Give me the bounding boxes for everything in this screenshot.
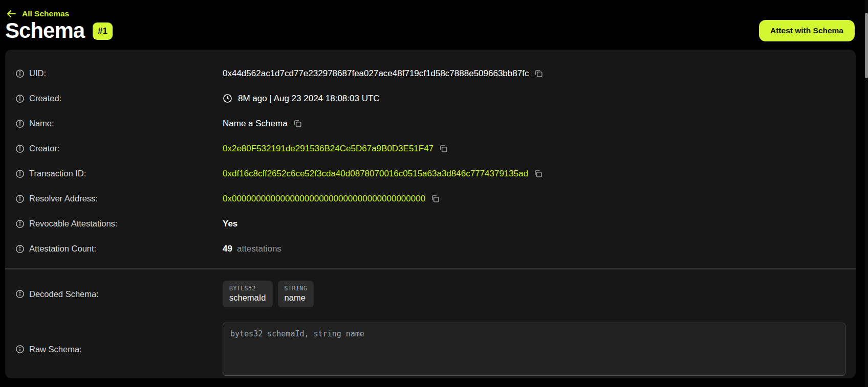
decoded-label: Decoded Schema: xyxy=(29,289,99,299)
decoded-schema-fields: BYTES32 schemaId STRING name xyxy=(223,281,314,307)
info-icon xyxy=(15,144,25,153)
detail-row-uid: UID: 0x44d562ac1d7cd77e232978687fea027ac… xyxy=(15,61,845,86)
attestation-count-unit: attestations xyxy=(237,244,281,254)
creator-address-link[interactable]: 0x2e80F532191de291536B24Ce5D67a9B0D3E51F… xyxy=(223,144,433,154)
transaction-value-group: 0xdf16c8cff2652c6ce52f3cda40d0878070016c… xyxy=(223,169,542,179)
detail-row-creator: Creator: 0x2e80F532191de291536B24Ce5D67a… xyxy=(15,136,845,161)
decoded-label-group: Decoded Schema: xyxy=(15,289,223,299)
info-icon xyxy=(15,289,25,299)
schema-field-chip: STRING name xyxy=(278,281,314,307)
title-row: Schema #1 Attest with Schema xyxy=(5,18,855,43)
detail-row-revocable: Revocable Attestations: Yes xyxy=(15,211,845,236)
back-to-all-schemas-link[interactable]: All Schemas xyxy=(7,9,69,18)
schema-field-chip: BYTES32 schemaId xyxy=(223,281,273,307)
name-value: Name a Schema xyxy=(223,119,288,129)
transaction-label: Transaction ID: xyxy=(29,169,86,178)
transaction-id-link[interactable]: 0xdf16c8cff2652c6ce52f3cda40d0878070016c… xyxy=(223,169,528,179)
field-type: BYTES32 xyxy=(229,285,266,292)
name-label: Name: xyxy=(29,119,54,128)
info-icon xyxy=(15,169,25,178)
section-divider xyxy=(5,268,856,269)
info-icon xyxy=(15,194,25,203)
revocable-value-group: Yes xyxy=(223,219,237,229)
uid-value: 0x44d562ac1d7cd77e232978687fea027ace48f7… xyxy=(223,69,529,79)
clock-icon xyxy=(223,94,232,103)
creator-value-group: 0x2e80F532191de291536B24Ce5D67a9B0D3E51F… xyxy=(223,144,448,154)
creator-label-group: Creator: xyxy=(15,144,223,153)
back-link-label: All Schemas xyxy=(22,9,69,18)
field-name: schemaId xyxy=(229,293,266,303)
uid-label-group: UID: xyxy=(15,69,223,78)
count-value-group: 49 attestations xyxy=(223,244,281,254)
info-icon xyxy=(15,244,25,254)
info-icon xyxy=(15,119,25,128)
raw-label: Raw Schema: xyxy=(29,345,82,354)
count-label-group: Attestation Count: xyxy=(15,244,223,254)
copy-icon[interactable] xyxy=(431,194,440,203)
detail-row-resolver: Resolver Address: 0x00000000000000000000… xyxy=(15,186,845,211)
info-icon xyxy=(15,345,25,354)
copy-icon[interactable] xyxy=(439,144,448,153)
resolver-label: Resolver Address: xyxy=(29,194,98,203)
uid-label: UID: xyxy=(29,69,46,78)
uid-value-group: 0x44d562ac1d7cd77e232978687fea027ace48f7… xyxy=(223,69,543,79)
revocable-label-group: Revocable Attestations: xyxy=(15,219,223,229)
detail-row-name: Name: Name a Schema xyxy=(15,111,845,136)
copy-icon[interactable] xyxy=(534,69,543,78)
field-type: STRING xyxy=(285,285,308,292)
info-icon xyxy=(15,69,25,78)
resolver-value-group: 0x00000000000000000000000000000000000000… xyxy=(223,194,440,204)
resolver-label-group: Resolver Address: xyxy=(15,194,223,203)
count-label: Attestation Count: xyxy=(29,244,96,254)
created-value: 8M ago | Aug 23 2024 18:08:03 UTC xyxy=(238,94,380,104)
detail-row-decoded-schema: Decoded Schema: BYTES32 schemaId STRING … xyxy=(15,272,845,315)
attest-with-schema-button[interactable]: Attest with Schema xyxy=(759,20,855,41)
detail-row-raw-schema: Raw Schema: bytes32 schemaId, string nam… xyxy=(15,318,845,380)
resolver-address-link[interactable]: 0x00000000000000000000000000000000000000… xyxy=(223,194,425,204)
revocable-label: Revocable Attestations: xyxy=(29,219,117,229)
name-label-group: Name: xyxy=(15,119,223,128)
raw-label-group: Raw Schema: xyxy=(15,345,223,354)
copy-icon[interactable] xyxy=(293,119,302,128)
detail-row-created: Created: 8M ago | Aug 23 2024 18:08:03 U… xyxy=(15,86,845,111)
copy-icon[interactable] xyxy=(534,169,542,178)
name-value-group: Name a Schema xyxy=(223,119,302,129)
transaction-label-group: Transaction ID: xyxy=(15,169,223,178)
arrow-left-icon xyxy=(7,10,16,17)
raw-schema-textarea[interactable]: bytes32 schemaId, string name xyxy=(223,323,845,376)
scrollbar-track[interactable] xyxy=(865,0,868,387)
revocable-value: Yes xyxy=(223,219,237,229)
detail-row-attestation-count: Attestation Count: 49 attestations xyxy=(15,236,845,261)
page-title: Schema xyxy=(5,18,84,43)
attestation-count-value: 49 xyxy=(223,244,232,254)
field-name: name xyxy=(285,293,308,303)
schema-detail-page: All Schemas Schema #1 Attest with Schema… xyxy=(0,0,868,387)
schema-number-badge: #1 xyxy=(93,22,113,40)
created-value-group: 8M ago | Aug 23 2024 18:08:03 UTC xyxy=(223,94,380,104)
created-label: Created: xyxy=(29,94,61,103)
creator-label: Creator: xyxy=(29,144,60,153)
info-icon xyxy=(15,94,25,103)
created-label-group: Created: xyxy=(15,94,223,103)
schema-details-card: UID: 0x44d562ac1d7cd77e232978687fea027ac… xyxy=(5,50,856,378)
scrollbar-thumb[interactable] xyxy=(865,13,868,78)
detail-row-transaction-id: Transaction ID: 0xdf16c8cff2652c6ce52f3c… xyxy=(15,161,845,186)
info-icon xyxy=(15,219,25,229)
